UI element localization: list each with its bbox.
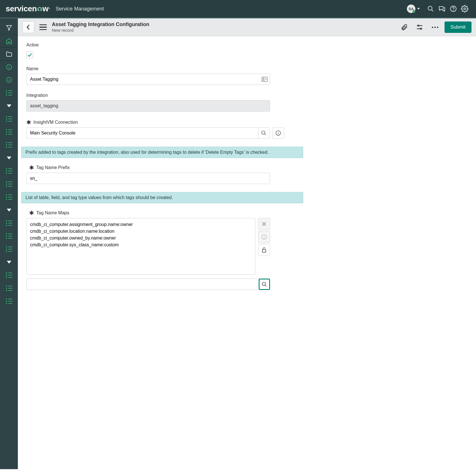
sidebar-info-1[interactable] bbox=[0, 60, 18, 73]
required-asterisk-icon: ✱ bbox=[29, 165, 34, 170]
sidebar-list-2[interactable] bbox=[0, 112, 18, 125]
svg-point-16 bbox=[263, 78, 264, 80]
sidebar-info-2[interactable] bbox=[0, 73, 18, 86]
svg-point-30 bbox=[262, 282, 265, 286]
integration-input bbox=[26, 100, 270, 112]
lock-button[interactable] bbox=[258, 244, 270, 256]
maps-textarea[interactable] bbox=[26, 218, 255, 275]
sidebar-list-1[interactable] bbox=[0, 86, 18, 99]
page-header: Asset Tagging Integration Configuration … bbox=[18, 18, 476, 36]
svg-point-3 bbox=[453, 10, 454, 11]
sidebar-list-12[interactable] bbox=[0, 282, 18, 295]
maps-label: ✱ Tag Name Maps bbox=[29, 210, 296, 216]
topbar: servicen w. Service Management SA bbox=[0, 0, 476, 18]
svg-point-12 bbox=[418, 25, 419, 26]
connection-lookup-button[interactable] bbox=[258, 127, 269, 139]
page-subtitle: New record bbox=[52, 28, 395, 33]
sidebar bbox=[0, 18, 18, 469]
main-content: Asset Tagging Integration Configuration … bbox=[18, 18, 476, 469]
sidebar-list-11[interactable] bbox=[0, 269, 18, 282]
sidebar-filter[interactable] bbox=[0, 21, 18, 34]
sidebar-list-5[interactable] bbox=[0, 164, 18, 178]
brand-logo: servicen w. bbox=[6, 4, 50, 13]
sidebar-collapse-3[interactable] bbox=[0, 204, 18, 217]
sidebar-collapse-2[interactable] bbox=[0, 151, 18, 164]
svg-point-14 bbox=[420, 28, 421, 29]
sidebar-list-10[interactable] bbox=[0, 243, 18, 256]
sidebar-list-7[interactable] bbox=[0, 191, 18, 204]
sidebar-list-3[interactable] bbox=[0, 125, 18, 138]
integration-label: Integration bbox=[26, 93, 296, 98]
info-button[interactable] bbox=[258, 231, 270, 243]
maps-add-input[interactable] bbox=[26, 279, 259, 290]
gear-icon[interactable] bbox=[459, 3, 470, 14]
page-title: Asset Tagging Integration Configuration bbox=[52, 21, 395, 28]
maps-search-button[interactable] bbox=[259, 279, 270, 290]
back-button[interactable] bbox=[22, 21, 34, 33]
sidebar-list-9[interactable] bbox=[0, 230, 18, 243]
more-actions-icon[interactable] bbox=[429, 22, 441, 33]
search-icon[interactable] bbox=[425, 3, 436, 14]
chat-icon[interactable] bbox=[436, 3, 448, 14]
svg-point-0 bbox=[428, 6, 432, 10]
card-icon[interactable] bbox=[262, 77, 268, 82]
clear-button[interactable] bbox=[258, 218, 270, 230]
sidebar-list-6[interactable] bbox=[0, 178, 18, 191]
avatar[interactable]: SA bbox=[407, 5, 415, 13]
prefix-label: ✱ Tag Name Prefix bbox=[29, 165, 296, 170]
help-icon[interactable] bbox=[448, 3, 459, 14]
svg-line-31 bbox=[265, 285, 266, 287]
prefix-input[interactable] bbox=[26, 173, 270, 184]
connection-info-button[interactable] bbox=[272, 127, 284, 139]
prefix-info-banner: Prefix added to tags created by the inte… bbox=[21, 147, 303, 158]
active-label: Active bbox=[26, 42, 296, 48]
svg-point-4 bbox=[464, 8, 466, 10]
sidebar-list-8[interactable] bbox=[0, 217, 18, 230]
connection-input[interactable] bbox=[26, 127, 258, 139]
active-checkbox[interactable] bbox=[26, 52, 33, 58]
sidebar-collapse-4[interactable] bbox=[0, 256, 18, 269]
sidebar-folder[interactable] bbox=[0, 47, 18, 60]
logo-o-icon bbox=[37, 7, 42, 12]
name-input[interactable] bbox=[26, 74, 270, 85]
required-asterisk-icon: ✱ bbox=[26, 119, 31, 125]
menu-icon[interactable] bbox=[38, 23, 48, 31]
settings-sliders-icon[interactable] bbox=[414, 22, 425, 33]
svg-rect-29 bbox=[262, 250, 266, 252]
sidebar-list-13[interactable] bbox=[0, 295, 18, 308]
required-asterisk-icon: ✱ bbox=[29, 210, 34, 216]
submit-button[interactable]: Submit bbox=[445, 22, 471, 33]
brand-suffix: Service Management bbox=[56, 6, 104, 12]
name-label: Name bbox=[26, 66, 296, 71]
chevron-down-icon[interactable] bbox=[417, 8, 420, 10]
svg-line-1 bbox=[432, 10, 433, 11]
sidebar-collapse-1[interactable] bbox=[0, 99, 18, 112]
maps-info-banner: List of table, field, and tag type value… bbox=[21, 192, 303, 203]
svg-point-19 bbox=[262, 131, 265, 134]
sidebar-list-4[interactable] bbox=[0, 138, 18, 151]
sidebar-home[interactable] bbox=[0, 34, 18, 47]
attachment-icon[interactable] bbox=[399, 22, 410, 33]
connection-label: ✱ InsightVM Connection bbox=[26, 119, 296, 125]
svg-line-20 bbox=[264, 134, 266, 135]
